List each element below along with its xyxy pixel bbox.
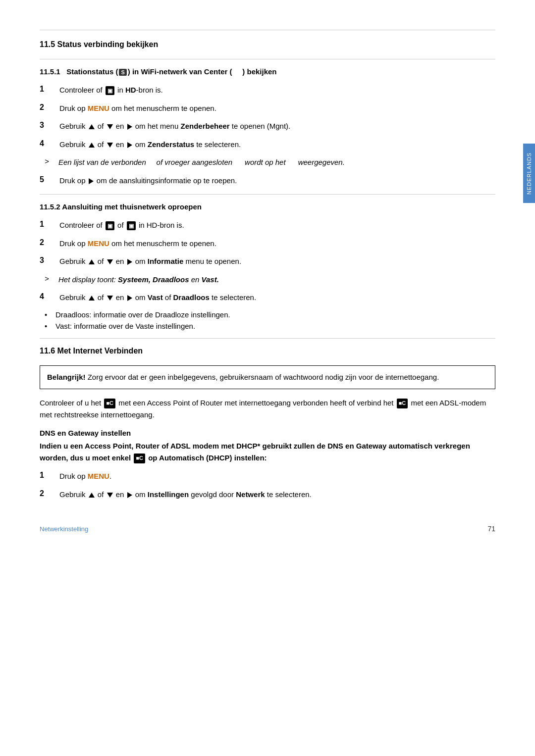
item-number-4: 4 [40, 139, 54, 148]
item-11-5-2-3: 3 Gebruik of en om Informatie menu te op… [40, 256, 495, 267]
menu-keyword-3: MENU [88, 472, 109, 480]
item-11-5-1-2: 2 Druk op MENU om het menuscherm te open… [40, 103, 495, 114]
warning-bold: Belangrijk! [47, 373, 86, 381]
bullet-prefix-1: • [45, 310, 53, 319]
section-11-6-title: 11.6 Met Internet Verbinden [40, 347, 495, 355]
dns-title: DNS en Gateway instellen [40, 429, 495, 437]
bullet-item-1: • Draadloos: informatie over de Draadloz… [40, 310, 495, 319]
bullet-prefix-2: • [45, 322, 53, 330]
subsection-11-5-1-title: 11.5.1 Stationstatus (S) in WiFi-netwerk… [40, 67, 495, 76]
divider-11-5-1 [40, 59, 495, 59]
triangle-right-3 [89, 178, 94, 184]
device-icon-2: ▣ [106, 221, 114, 231]
item-11-5-1-3: 3 Gebruik of en om het menu Zenderbeheer… [40, 121, 495, 132]
triangle-down-4 [107, 296, 113, 301]
item-11-5-2-1: 1 Controleer of ▣ of ▣ in HD-bron is. [40, 220, 495, 231]
top-divider [40, 30, 495, 30]
triangle-down-5 [107, 493, 113, 498]
item-number-2-3: 3 [40, 256, 54, 265]
triangle-up-4 [89, 296, 95, 301]
item-number-2-1: 1 [40, 220, 54, 229]
device-icon-4: ■C [104, 399, 115, 408]
divider-11-6 [40, 338, 495, 339]
triangle-down-2 [107, 143, 113, 148]
para-11-6-1: Controleer of u het ■C met een Access Po… [40, 397, 495, 421]
triangle-right-1 [127, 124, 132, 130]
item-number-3: 3 [40, 121, 54, 130]
item-number-6-2: 2 [40, 489, 54, 498]
warning-text: Zorg ervoor dat er geen inbelgegevens, g… [86, 373, 439, 381]
subsection-11-5-2: 11.5.2 Aansluiting met thuisnetwerk opro… [40, 202, 495, 330]
subsection-11-5-1: 11.5.1 Stationstatus (S) in WiFi-netwerk… [40, 67, 495, 186]
arrow-prefix-2: > [45, 274, 54, 283]
triangle-up-2 [89, 143, 95, 148]
arrow-item-11-5-2: > Het display toont: Systeem, Draadloos … [40, 274, 495, 286]
triangle-right-6 [127, 492, 132, 498]
menu-keyword-1: MENU [88, 104, 109, 112]
device-icon-3: ▣ [127, 221, 136, 231]
item-11-5-2-2: 2 Druk op MENU om het menuscherm te open… [40, 238, 495, 250]
triangle-right-2 [127, 142, 132, 148]
device-icon-5: ■C [397, 399, 408, 408]
footer: Netwerkinstelling 71 [40, 520, 495, 533]
item-number-1: 1 [40, 85, 54, 94]
footer-left: Netwerkinstelling [40, 525, 88, 533]
warning-box: Belangrijk! Zorg ervoor dat er geen inbe… [40, 365, 495, 390]
section-11-5-title: 11.5 Status verbinding bekijken [40, 40, 495, 49]
page-container: NEDERLANDS 11.5 Status verbinding bekijk… [0, 0, 535, 562]
footer-page: 71 [487, 525, 495, 533]
triangle-up-3 [89, 259, 95, 264]
dns-bold-para: Indien u een Access Point, Router of ADS… [40, 440, 495, 464]
device-icon-6: ■C [134, 454, 145, 463]
arrow-item-11-5-1: > Een lijst van de verbonden of vroeger … [40, 157, 495, 168]
section-11-5: 11.5 Status verbinding bekijken [40, 40, 495, 49]
bullet-item-2: • Vast: informatie over de Vaste instell… [40, 322, 495, 330]
triangle-up-5 [89, 493, 95, 498]
item-number-5: 5 [40, 175, 54, 184]
item-number-2-4: 4 [40, 292, 54, 301]
item-number-6-1: 1 [40, 471, 54, 480]
triangle-up-1 [89, 124, 95, 129]
triangle-down-3 [107, 259, 113, 264]
device-icon-1: ▣ [106, 86, 114, 96]
divider-11-5-2 [40, 194, 495, 195]
triangle-down-1 [107, 124, 113, 129]
station-icon: S [119, 69, 126, 76]
menu-keyword-2: MENU [88, 239, 109, 248]
side-tab: NEDERLANDS [523, 144, 535, 203]
section-11-6: 11.6 Met Internet Verbinden Belangrijk! … [40, 347, 495, 501]
dns-section: DNS en Gateway instellen Indien u een Ac… [40, 429, 495, 464]
item-number-2: 2 [40, 103, 54, 112]
arrow-prefix-1: > [45, 157, 54, 165]
item-11-5-1-5: 5 Druk op om de aansluitingsinformatie o… [40, 175, 495, 187]
item-11-5-1-4: 4 Gebruik of en om Zenderstatus te selec… [40, 139, 495, 151]
item-11-6-2: 2 Gebruik of en om Instellingen gevolgd … [40, 489, 495, 501]
item-11-6-1: 1 Druk op MENU. [40, 471, 495, 482]
triangle-right-5 [127, 295, 132, 301]
subsection-11-5-2-title: 11.5.2 Aansluiting met thuisnetwerk opro… [40, 202, 495, 211]
item-11-5-1-1: 1 Controleer of ▣ in HD-bron is. [40, 85, 495, 96]
triangle-right-4 [127, 259, 132, 265]
item-number-2-2: 2 [40, 238, 54, 247]
item-11-5-2-4: 4 Gebruik of en om Vast of Draadloos te … [40, 292, 495, 303]
